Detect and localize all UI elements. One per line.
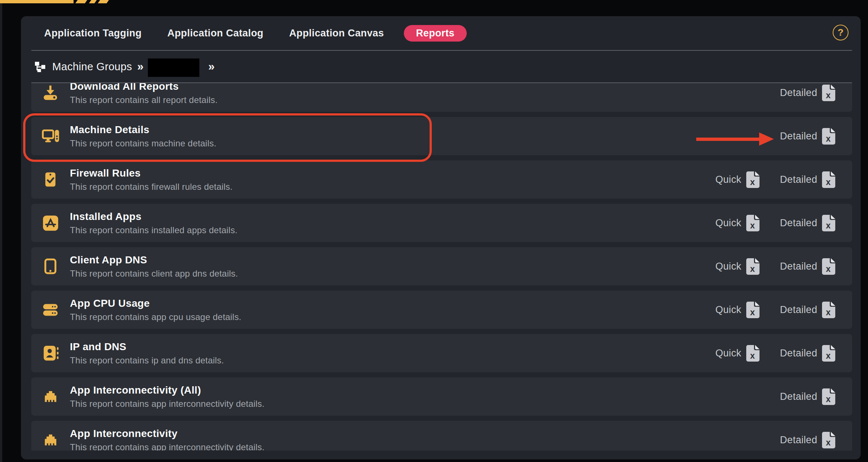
breadcrumb-root[interactable]: Machine Groups [52,61,132,73]
excel-file-icon: x [822,432,835,448]
redacted-breadcrumb-item[interactable] [148,58,199,77]
svg-text:x: x [826,134,831,143]
detailed-label: Detailed [780,174,817,185]
report-description: This report contains machine details. [70,138,216,149]
report-row: Installed Apps This report contains inst… [31,204,852,242]
detailed-label: Detailed [780,261,817,272]
machine-groups-icon [34,61,46,72]
excel-file-icon: x [746,215,760,231]
report-actions: Detailed x [780,388,835,405]
ethernet-port-icon [42,432,59,448]
report-row: Client App DNS This report contains clie… [31,247,852,285]
report-actions: Quick x Detailed x [715,171,835,188]
report-description: This report contains app cpu usage detai… [70,312,241,322]
report-text: Installed Apps This report contains inst… [70,211,238,235]
report-text: App Interconnectivity This report contai… [70,428,264,451]
detailed-download-button[interactable]: Detailed x [780,258,835,275]
report-title: App Interconnectivity [70,428,264,440]
app-window: Application TaggingApplication CatalogAp… [0,0,868,462]
report-actions: Quick x Detailed x [715,215,835,231]
svg-text:x: x [750,308,755,317]
quick-label: Quick [715,174,741,185]
help-button[interactable]: ? [833,25,849,40]
report-description: This report contains firewall rules deta… [70,182,232,192]
report-row: Firewall Rules This report contains fire… [31,160,852,199]
report-text: Machine Details This report contains mac… [70,124,216,149]
report-text: Download All Reports This report contain… [70,83,218,105]
svg-text:x: x [826,221,831,230]
tab-application-canvas[interactable]: Application Canvas [289,28,384,39]
detailed-download-button[interactable]: Detailed x [780,302,835,318]
quick-label: Quick [715,304,741,316]
svg-text:x: x [750,351,755,360]
detailed-label: Detailed [780,131,817,142]
svg-text:x: x [826,438,831,447]
report-description: This report contains client app dns deta… [70,269,238,279]
report-title: App CPU Usage [70,298,241,309]
excel-file-icon: x [822,85,835,101]
report-row: Download All Reports This report contain… [31,83,852,112]
report-text: App Interconnectivity (All) This report … [70,384,264,409]
report-row: App Interconnectivity This report contai… [31,421,852,451]
detailed-download-button[interactable]: Detailed x [780,432,835,448]
report-row: Machine Details This report contains mac… [31,117,852,155]
excel-file-icon: x [822,171,835,188]
quick-download-button[interactable]: Quick x [715,258,760,275]
report-text: Firewall Rules This report contains fire… [70,167,232,192]
brand-stripe-logo [75,0,87,3]
tab-application-tagging[interactable]: Application Tagging [44,28,142,39]
detailed-download-button[interactable]: Detailed x [780,388,835,405]
report-actions: Detailed x [780,85,835,101]
report-description: This report contains app interconnectivi… [70,442,264,451]
server-stack-icon [42,302,59,318]
detailed-label: Detailed [780,434,817,446]
tab-bar: Application TaggingApplication CatalogAp… [31,16,852,50]
detailed-download-button[interactable]: Detailed x [780,128,835,145]
brand-stripe-logo [98,0,109,3]
quick-download-button[interactable]: Quick x [715,171,760,188]
detailed-download-button[interactable]: Detailed x [780,215,835,231]
detailed-label: Detailed [780,391,817,402]
tab-application-catalog[interactable]: Application Catalog [167,28,263,39]
report-description: This report contains app interconnectivi… [70,399,264,409]
svg-text:x: x [826,308,831,317]
chevron-right-separator: » [137,60,143,73]
help-icon: ? [838,27,844,38]
excel-file-icon: x [822,215,835,231]
report-title: IP and DNS [70,341,224,353]
reports-panel: Application TaggingApplication CatalogAp… [21,16,861,459]
detailed-label: Detailed [780,348,817,359]
svg-text:x: x [826,394,831,404]
quick-label: Quick [715,348,741,359]
quick-download-button[interactable]: Quick x [715,345,760,362]
report-title: Client App DNS [70,254,238,266]
quick-download-button[interactable]: Quick x [715,302,760,318]
detailed-download-button[interactable]: Detailed x [780,171,835,188]
detailed-label: Detailed [780,304,817,316]
detailed-download-button[interactable]: Detailed x [780,345,835,362]
report-title: Installed Apps [70,211,238,223]
report-text: App CPU Usage This report contains app c… [70,298,241,322]
report-row: App Interconnectivity (All) This report … [31,377,852,416]
tab-reports[interactable]: Reports [404,25,467,42]
excel-file-icon: x [746,258,760,275]
detailed-label: Detailed [780,217,817,229]
report-list: Download All Reports This report contain… [31,83,852,451]
svg-text:x: x [750,264,755,274]
brand-stripe-logo [0,0,74,3]
left-edge-strip [0,0,2,462]
brand-stripe-logo [89,0,97,3]
report-actions: Quick x Detailed x [715,302,835,318]
quick-download-button[interactable]: Quick x [715,215,760,231]
svg-text:x: x [826,177,831,187]
report-description: This report contains ip and dns details. [70,355,224,366]
report-description: This report contains all report details. [70,95,218,105]
excel-file-icon: x [746,345,760,362]
breadcrumb: Machine Groups » » [31,51,852,82]
report-row: App CPU Usage This report contains app c… [31,291,852,329]
report-title: Machine Details [70,124,216,136]
detailed-download-button[interactable]: Detailed x [780,85,835,101]
report-actions: Quick x Detailed x [715,345,835,362]
svg-text:x: x [826,264,831,274]
ethernet-port-icon [42,388,59,405]
